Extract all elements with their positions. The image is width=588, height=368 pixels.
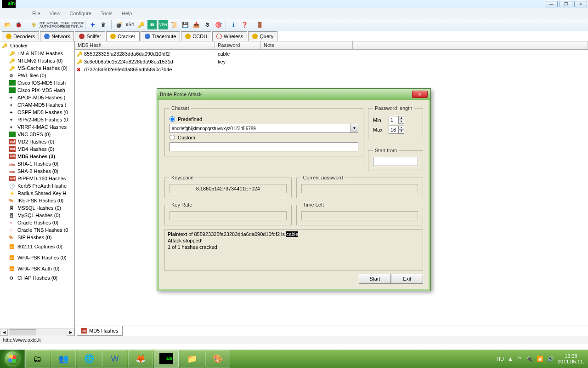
net2-icon[interactable]: VPN xyxy=(158,20,168,29)
sidebar-item[interactable]: MySQL Hashes (0) xyxy=(0,212,74,219)
menu-help[interactable]: Help xyxy=(117,11,137,16)
taskbar-chrome[interactable]: 🌐 xyxy=(77,350,102,368)
dialog-titlebar[interactable]: Brute-Force Attack ✕ xyxy=(157,89,430,100)
sidebar-item[interactable]: mdMD5 Hashes (3) xyxy=(0,153,74,160)
gear-icon[interactable]: ⚙ xyxy=(203,20,212,29)
tab-decoders[interactable]: Decoders xyxy=(2,31,39,41)
sidebar-item[interactable]: APOP-MD5 Hashes ( xyxy=(0,94,74,101)
tray-flag-icon[interactable]: 🏳 xyxy=(517,356,522,362)
bottom-tab[interactable]: md MD5 Hashes xyxy=(77,326,123,336)
key-icon[interactable]: 🔑 xyxy=(136,20,146,29)
nuke-icon[interactable]: ☢ xyxy=(29,20,38,29)
taskbar-firefox[interactable]: 🦊 xyxy=(128,350,153,368)
sidebar-item[interactable]: MS-Cache Hashes (0) xyxy=(0,64,74,72)
sidebar-item[interactable]: OSPF-MD5 Hashes (0 xyxy=(0,109,74,116)
table-row[interactable]: d732c8d602e9fed3a865adb58a0c7b4e xyxy=(75,65,588,73)
sidebar-item[interactable]: IKE-PSK Hashes (0) xyxy=(0,197,74,204)
sidebar-scrollbar[interactable]: ◀ ▶ xyxy=(0,328,74,336)
taskbar-paint[interactable]: 🎨 xyxy=(205,350,230,368)
tab-sniffer[interactable]: Sniffer xyxy=(75,31,105,41)
net1-icon[interactable]: ▮▮ xyxy=(147,20,157,29)
cert-icon[interactable]: 📜 xyxy=(170,20,179,29)
menu-file[interactable]: File xyxy=(28,11,45,16)
tab-cracker[interactable]: Cracker xyxy=(106,31,140,41)
info-icon[interactable]: ℹ xyxy=(229,20,238,29)
tray-power-icon[interactable]: 🔌 xyxy=(526,356,533,362)
taskbar-folder[interactable]: 📁 xyxy=(180,350,204,368)
start-button[interactable]: Start xyxy=(359,274,391,284)
scroll-right-icon[interactable]: ▶ xyxy=(67,329,74,336)
sidebar-item[interactable]: mdMD2 Hashes (0) xyxy=(0,138,74,145)
sidebar-item[interactable]: CRAM-MD5 Hashes ( xyxy=(0,101,74,109)
sidebar-item[interactable]: Radius Shared-Key H xyxy=(0,190,74,197)
tray-volume-icon[interactable]: 🔊 xyxy=(547,356,554,362)
min-spinner[interactable]: 1 ▲▼ xyxy=(389,116,404,124)
sidebar-item[interactable]: mdRIPEMD-160 Hashes xyxy=(0,175,74,182)
sidebar-item[interactable]: SHA-1 Hashes (0) xyxy=(0,160,74,167)
sidebar-item[interactable]: CHAP Hashes (0) xyxy=(0,274,74,282)
start-from-input[interactable] xyxy=(373,157,418,166)
sidebar-item[interactable]: PWL files (0) xyxy=(0,72,74,79)
save-icon[interactable]: 🐞 xyxy=(14,20,23,29)
tray-language[interactable]: HU xyxy=(497,356,504,362)
taskbar-word[interactable]: W xyxy=(102,350,127,368)
remove-icon[interactable]: 🗑 xyxy=(99,20,108,29)
menu-tools[interactable]: Tools xyxy=(96,11,117,16)
menu-configure[interactable]: Configure xyxy=(65,11,96,16)
max-spinner[interactable]: 16 ▲▼ xyxy=(389,126,404,134)
col-password[interactable]: Password xyxy=(215,41,261,49)
sidebar-item[interactable]: VRRP-HMAC Hashes xyxy=(0,123,74,131)
sidebar-item[interactable]: WPA-PSK Hashes (0) xyxy=(0,252,74,263)
sidebar-item[interactable]: LM & NTLM Hashes xyxy=(0,50,74,57)
tab-network[interactable]: Network xyxy=(40,31,74,41)
menu-view[interactable]: View xyxy=(45,11,65,16)
tray-network-icon[interactable]: 📶 xyxy=(537,356,543,362)
chall-spoof-icon[interactable]: CHALLSPOOF xyxy=(51,20,60,29)
tab-wireless[interactable]: Wireless xyxy=(212,31,247,41)
help-icon[interactable]: ❓ xyxy=(240,20,249,29)
taskbar-cain[interactable] xyxy=(154,350,179,368)
sidebar-item[interactable]: SIP Hashes (0) xyxy=(0,234,74,241)
inbox-icon[interactable]: 📥 xyxy=(192,20,201,29)
start-button-orb[interactable] xyxy=(0,350,25,368)
charset-combobox[interactable]: abcdefghijklmnopqrstuvwxyz0123456789 ▼ xyxy=(170,124,358,133)
sidebar-item[interactable]: NTLMv2 Hashes (0) xyxy=(0,57,74,64)
sidebar-item[interactable]: SHA-2 Hashes (0) xyxy=(0,167,74,175)
custom-radio[interactable]: Custom xyxy=(170,135,358,140)
col-hash[interactable]: MD5 Hash xyxy=(75,41,215,49)
sidebar-item[interactable]: mdMD4 Hashes (0) xyxy=(0,145,74,153)
taskbar-explorer[interactable]: 🗂 xyxy=(25,350,50,368)
tab-ccdu[interactable]: CCDU xyxy=(181,31,211,41)
sidebar-item[interactable]: Oracle TNS Hashes (0 xyxy=(0,226,74,234)
sidebar-item[interactable]: RIPv2-MD5 Hashes (0 xyxy=(0,116,74,123)
disk-icon[interactable]: 💾 xyxy=(181,20,190,29)
table-row[interactable]: 855923325fa23283dda6da090d10fdf2cable xyxy=(75,50,588,58)
bomb-icon[interactable]: 💣 xyxy=(114,20,124,29)
sidebar-item[interactable]: Oracle Hashes (0) xyxy=(0,219,74,226)
tab-query[interactable]: Query xyxy=(248,31,277,41)
close-button[interactable]: ✕ xyxy=(574,1,587,7)
open-icon[interactable]: 📂 xyxy=(3,20,12,29)
col-note[interactable]: Note xyxy=(261,41,353,49)
table-row[interactable]: 3c6e0b8a9c15224a8228b9a98ca1531dkey xyxy=(75,58,588,65)
chevron-down-icon[interactable]: ▼ xyxy=(351,124,358,132)
custom-radio-input[interactable] xyxy=(170,135,175,140)
exit-icon[interactable]: 🚪 xyxy=(255,20,264,29)
tray-up-icon[interactable]: ▲ xyxy=(508,356,513,362)
sidebar-item[interactable]: VNC-3DES (0) xyxy=(0,131,74,138)
b64-icon[interactable]: B64 xyxy=(125,20,135,29)
scroll-left-icon[interactable]: ◀ xyxy=(0,329,8,336)
sidebar-item[interactable]: 802.11 Captures (0) xyxy=(0,241,74,252)
add-icon[interactable]: + xyxy=(88,20,97,29)
custom-charset-input[interactable] xyxy=(170,142,358,151)
chall-reset-icon[interactable]: CHALLRESET xyxy=(62,20,71,29)
predefined-radio[interactable]: Predefined xyxy=(170,116,358,122)
sidebar-item[interactable]: WPA-PSK Auth (0) xyxy=(0,263,74,274)
sidebar-item[interactable]: Kerb5 PreAuth Hashe xyxy=(0,182,74,190)
exit-button[interactable]: Exit xyxy=(391,274,423,284)
predefined-radio-input[interactable] xyxy=(170,116,175,122)
target-icon[interactable]: 🎯 xyxy=(214,20,223,29)
ntlm-icon[interactable]: NTLMAUTH xyxy=(40,20,49,29)
scroll-thumb[interactable] xyxy=(9,329,36,335)
sidebar-item[interactable]: Cisco PIX-MD5 Hash xyxy=(0,86,74,94)
